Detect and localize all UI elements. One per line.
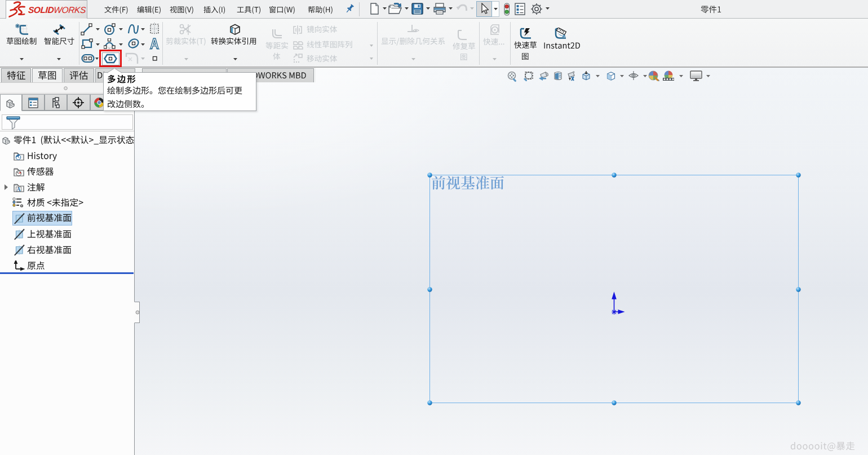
svg-text:A: A <box>17 186 21 192</box>
